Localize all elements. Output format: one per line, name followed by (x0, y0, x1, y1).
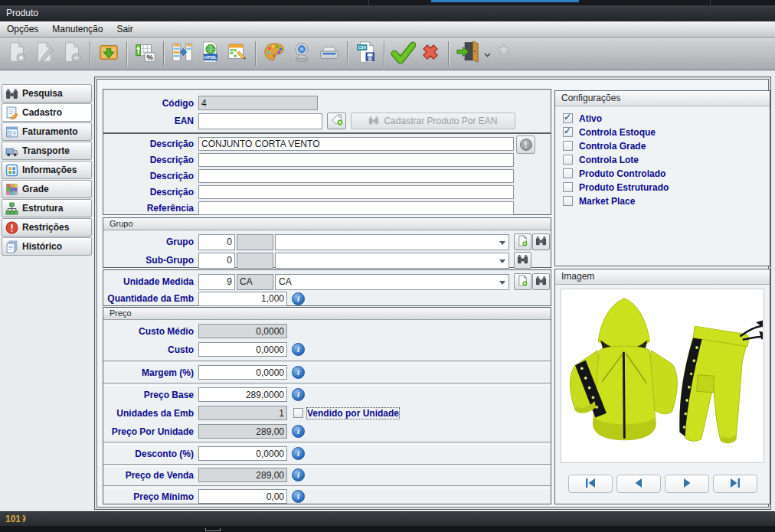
toolbar-separator (255, 41, 257, 66)
favorite-button[interactable] (493, 38, 515, 65)
grupo-new-button[interactable] (514, 233, 531, 250)
subgrupo-code-input[interactable] (198, 253, 235, 269)
html-export-button[interactable]: HTML (196, 40, 224, 67)
descricao-4-input[interactable] (198, 185, 514, 199)
exit-dropdown[interactable] (481, 40, 493, 67)
controla-grade-checkbox[interactable] (563, 141, 573, 151)
binoculars-icon (517, 253, 528, 268)
desconto-input[interactable] (198, 446, 287, 461)
configuracoes-header: Configurações (555, 91, 770, 106)
preco-minimo-input[interactable] (198, 489, 287, 504)
grupo-combo[interactable] (275, 234, 509, 250)
descricao-3-input[interactable] (198, 169, 514, 183)
palette-button[interactable] (260, 40, 288, 67)
margem-input[interactable] (198, 365, 287, 380)
grupo-code-input[interactable] (198, 234, 235, 250)
preco-por-unidade-label: Preço Por Unidade (103, 426, 198, 437)
sidebar-item-restricoes[interactable]: Restrições (2, 218, 92, 237)
info-icon[interactable] (292, 447, 305, 460)
info-icon[interactable] (292, 468, 305, 481)
subgrupo-combo[interactable] (275, 253, 509, 269)
controla-estoque-checkbox[interactable] (563, 127, 573, 137)
scanner-button[interactable] (316, 40, 343, 67)
subgrupo-search-button[interactable] (514, 252, 531, 269)
controla-grade-label[interactable]: Controla Grade (579, 141, 646, 152)
referencia-input[interactable] (198, 201, 514, 215)
description-warning-button[interactable] (516, 135, 535, 154)
price-table-button[interactable]: % (132, 40, 159, 67)
sidebar-item-historico[interactable]: Histórico (2, 237, 92, 256)
cadastrar-por-ean-label: Cadastrar Produto Por EAN (384, 116, 497, 126)
controla-estoque-label[interactable]: Controla Estoque (579, 127, 656, 138)
unidade-new-button[interactable] (514, 273, 531, 290)
sidebar-item-informacoes[interactable]: Informações (2, 161, 92, 179)
market-place-label[interactable]: Market Place (579, 196, 635, 207)
produto-estruturado-checkbox[interactable] (563, 182, 573, 192)
unidade-code-input[interactable] (198, 274, 235, 290)
toolbar-separator (90, 41, 91, 66)
sidebar-item-cadastro[interactable]: Cadastro (2, 103, 92, 122)
controla-lote-checkbox[interactable] (563, 155, 573, 165)
preco-base-input[interactable] (198, 387, 287, 402)
calendar-edit-button[interactable] (224, 40, 251, 67)
active-tab-highlight (431, 0, 579, 2)
menu-manutencao[interactable]: Manutenção (45, 22, 110, 37)
image-first-button[interactable] (568, 475, 613, 493)
status-bar: 1019 (0, 511, 775, 526)
taskbar-mark (205, 528, 221, 531)
menu-opcoes[interactable]: Opções (0, 22, 45, 37)
unidade-combo[interactable]: CA (275, 274, 509, 290)
ativo-checkbox[interactable] (563, 113, 573, 123)
csv-export-button[interactable]: CSV (352, 40, 380, 67)
sidebar-item-pesquisa[interactable]: Pesquisa (2, 84, 92, 103)
truck-icon (5, 145, 18, 158)
grupo-search-button[interactable] (532, 233, 550, 250)
grupo-section: Grupo Grupo Sub-Grupo (103, 217, 551, 268)
sidebar-item-transporte[interactable]: Transporte (2, 142, 92, 160)
produto-controlado-checkbox[interactable] (563, 168, 573, 178)
info-icon[interactable] (292, 292, 305, 305)
windbreaker-set-image (562, 291, 763, 461)
section-divider (103, 361, 551, 364)
confirm-button[interactable] (389, 40, 417, 67)
descricao-label: Descrição (103, 187, 198, 197)
custo-input[interactable] (198, 342, 287, 357)
vendido-por-unidade-label[interactable]: Vendido por Unidade (307, 408, 399, 419)
market-place-checkbox[interactable] (563, 196, 573, 206)
info-icon[interactable] (292, 490, 305, 503)
ean-input[interactable] (198, 113, 322, 129)
image-prev-button[interactable] (616, 475, 661, 493)
delete-record-button[interactable] (58, 40, 86, 67)
cancel-button[interactable] (417, 40, 444, 67)
exit-button[interactable] (453, 40, 481, 67)
produto-controlado-label[interactable]: Produto Controlado (579, 168, 665, 179)
qtd-emb-input[interactable] (198, 292, 287, 306)
preco-section: Preço Custo Médio Custo Margem (%) Preço… (103, 307, 551, 504)
toolbar: % HTML CSV (0, 38, 775, 70)
info-icon[interactable] (292, 343, 305, 356)
menu-sair[interactable]: Sair (110, 22, 139, 37)
sidebar-item-faturamento[interactable]: Faturamento (2, 122, 92, 141)
transfer-lists-button[interactable] (168, 40, 196, 67)
webcam-button[interactable] (288, 40, 316, 67)
image-next-button[interactable] (665, 475, 709, 493)
info-icon[interactable] (292, 388, 305, 401)
info-icon[interactable] (292, 366, 305, 379)
image-last-button[interactable] (713, 475, 757, 493)
vendido-por-unidade-checkbox[interactable] (293, 408, 303, 418)
descricao-2-input[interactable] (198, 153, 514, 167)
sidebar-item-estrutura[interactable]: Estrutura (2, 199, 92, 217)
unidade-search-button[interactable] (532, 273, 550, 290)
ean-tag-button[interactable] (327, 113, 346, 129)
unidade-medida-label: Unidade Medida (103, 276, 198, 287)
cadastrar-por-ean-button[interactable]: Cadastrar Produto Por EAN (351, 113, 515, 129)
controla-lote-label[interactable]: Controla Lote (579, 155, 639, 165)
new-record-button[interactable] (3, 40, 31, 67)
produto-estruturado-label[interactable]: Produto Estruturado (579, 182, 669, 193)
sidebar-item-grade[interactable]: Grade (2, 180, 92, 198)
edit-record-button[interactable] (31, 40, 58, 67)
info-icon[interactable] (292, 425, 305, 438)
ativo-label[interactable]: Ativo (579, 113, 602, 124)
descricao-1-input[interactable] (198, 137, 514, 151)
stock-box-button[interactable] (95, 40, 123, 67)
